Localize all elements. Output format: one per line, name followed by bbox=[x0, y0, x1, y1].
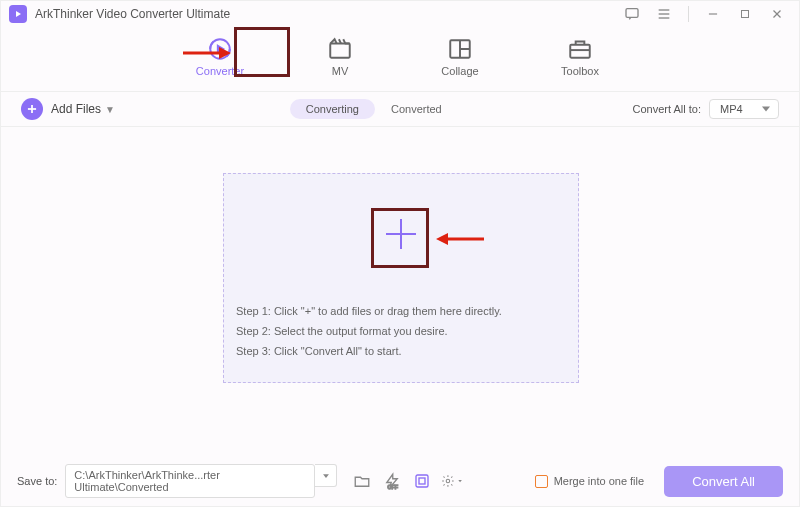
converter-icon bbox=[206, 37, 234, 61]
checkbox-icon bbox=[535, 475, 548, 488]
svg-rect-26 bbox=[419, 478, 425, 484]
tab-converting[interactable]: Converting bbox=[290, 99, 375, 119]
svg-marker-28 bbox=[458, 480, 462, 482]
gpu-icon[interactable] bbox=[411, 470, 433, 492]
tab-mv[interactable]: MV bbox=[310, 33, 370, 81]
save-path-input[interactable]: C:\ArkThinker\ArkThinke...rter Ultimate\… bbox=[65, 464, 315, 498]
tab-converted[interactable]: Converted bbox=[375, 99, 458, 119]
tab-label: Converter bbox=[196, 65, 244, 77]
app-title: ArkThinker Video Converter Ultimate bbox=[35, 7, 230, 21]
toolbox-icon bbox=[566, 37, 594, 61]
save-path-value: C:\ArkThinker\ArkThinke...rter Ultimate\… bbox=[74, 469, 306, 493]
footer: Save to: C:\ArkThinker\ArkThinke...rter … bbox=[1, 456, 799, 506]
tab-collage[interactable]: Collage bbox=[430, 33, 490, 81]
add-plus-button[interactable] bbox=[379, 212, 423, 256]
feedback-icon[interactable] bbox=[624, 6, 640, 22]
settings-icon[interactable] bbox=[441, 470, 463, 492]
main-tabs: Converter MV Collage Toolbox bbox=[1, 27, 799, 91]
status-tabs: Converting Converted bbox=[290, 99, 458, 119]
footer-tools: OFF bbox=[351, 470, 463, 492]
step-1: Step 1: Click "+" to add files or drag t… bbox=[236, 301, 502, 321]
step-2: Step 2: Select the output format you des… bbox=[236, 321, 502, 341]
svg-text:OFF: OFF bbox=[388, 484, 399, 490]
svg-rect-9 bbox=[330, 44, 350, 58]
titlebar: ArkThinker Video Converter Ultimate bbox=[1, 1, 799, 27]
close-button[interactable] bbox=[769, 6, 785, 22]
maximize-button[interactable] bbox=[737, 6, 753, 22]
svg-point-27 bbox=[447, 479, 450, 482]
save-path-dropdown[interactable] bbox=[315, 464, 337, 487]
convert-all-to-label: Convert All to: bbox=[633, 103, 701, 115]
app-logo bbox=[9, 5, 27, 23]
steps-text: Step 1: Click "+" to add files or drag t… bbox=[236, 301, 502, 361]
tab-label: Collage bbox=[441, 65, 478, 77]
merge-label: Merge into one file bbox=[554, 475, 645, 487]
svg-rect-25 bbox=[416, 475, 428, 487]
tab-label: Toolbox bbox=[561, 65, 599, 77]
open-folder-icon[interactable] bbox=[351, 470, 373, 492]
hardware-accel-icon[interactable]: OFF bbox=[381, 470, 403, 492]
tab-toolbox[interactable]: Toolbox bbox=[550, 33, 610, 81]
add-files-dropdown[interactable]: ▼ bbox=[105, 104, 115, 115]
merge-checkbox[interactable]: Merge into one file bbox=[535, 475, 645, 488]
format-select[interactable]: MP4 bbox=[709, 99, 779, 119]
add-files-button[interactable] bbox=[21, 98, 43, 120]
step-3: Step 3: Click "Convert All" to start. bbox=[236, 341, 502, 361]
minimize-button[interactable] bbox=[705, 6, 721, 22]
window-controls bbox=[624, 6, 791, 22]
tab-label: MV bbox=[332, 65, 349, 77]
sub-toolbar: Add Files ▼ Converting Converted Convert… bbox=[1, 91, 799, 127]
save-to-label: Save to: bbox=[17, 475, 57, 487]
svg-rect-5 bbox=[742, 11, 749, 18]
svg-rect-0 bbox=[626, 9, 638, 18]
convert-all-button[interactable]: Convert All bbox=[664, 466, 783, 497]
svg-rect-13 bbox=[570, 45, 590, 58]
mv-icon bbox=[326, 37, 354, 61]
format-value: MP4 bbox=[720, 103, 743, 115]
svg-marker-23 bbox=[323, 474, 329, 478]
menu-icon[interactable] bbox=[656, 6, 672, 22]
add-files-label: Add Files bbox=[51, 102, 101, 116]
tab-converter[interactable]: Converter bbox=[190, 33, 250, 81]
collage-icon bbox=[446, 37, 474, 61]
